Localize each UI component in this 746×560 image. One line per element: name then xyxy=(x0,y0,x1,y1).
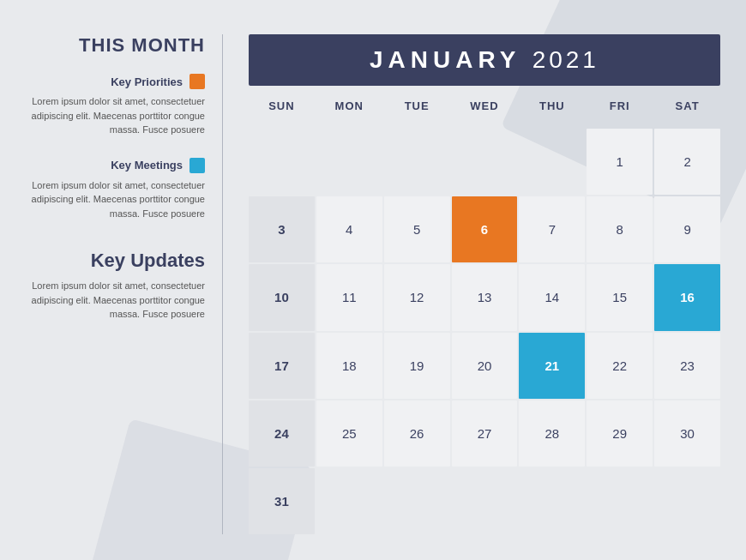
day-7: 7 xyxy=(519,196,585,262)
sidebar: THIS MONTH Key Priorities Lorem ipsum do… xyxy=(26,34,223,534)
day-14: 14 xyxy=(519,264,585,330)
key-priorities-label: Key Priorities xyxy=(111,75,183,88)
calendar-grid: SUN MON TUE WED THU FRI SAT 1 2 3 4 5 6 … xyxy=(249,93,720,534)
day-header-mon: MON xyxy=(316,93,382,127)
calendar-month: JANUARY xyxy=(370,46,520,73)
key-priorities-text: Lorem ipsum dolor sit amet, consectetuer… xyxy=(26,94,205,137)
day-20: 20 xyxy=(452,333,518,399)
day-header-fri: FRI xyxy=(587,93,653,127)
day-23: 23 xyxy=(654,333,720,399)
key-meetings-text: Lorem ipsum dolor sit amet, consectetuer… xyxy=(26,178,205,221)
day-header-thu: THU xyxy=(519,93,585,127)
day-10: 10 xyxy=(249,264,315,330)
day-3: 3 xyxy=(249,196,315,262)
day-1: 1 xyxy=(587,129,653,195)
day-header-tue: TUE xyxy=(384,93,450,127)
day-empty xyxy=(654,468,720,534)
day-25: 25 xyxy=(316,400,382,467)
calendar-year: 2021 xyxy=(532,46,599,73)
day-31: 31 xyxy=(249,468,315,534)
day-empty xyxy=(452,129,518,195)
day-empty xyxy=(384,129,450,195)
key-priorities-dot xyxy=(190,74,205,89)
day-28: 28 xyxy=(519,400,585,467)
day-8: 8 xyxy=(587,196,653,262)
day-9: 9 xyxy=(654,196,720,262)
day-17: 17 xyxy=(249,333,315,399)
day-2: 2 xyxy=(654,129,720,195)
calendar-header: JANUARY 2021 xyxy=(249,34,720,86)
day-30: 30 xyxy=(654,400,720,467)
day-21: 21 xyxy=(519,333,585,399)
this-month-title: THIS MONTH xyxy=(26,34,205,57)
day-empty xyxy=(384,468,450,534)
day-22: 22 xyxy=(587,333,653,399)
day-18: 18 xyxy=(316,333,382,399)
key-meetings-label: Key Meetings xyxy=(111,159,183,172)
day-16: 16 xyxy=(654,264,720,330)
day-empty xyxy=(587,468,653,534)
day-header-wed: WED xyxy=(452,93,518,127)
day-12: 12 xyxy=(384,264,450,330)
day-empty xyxy=(316,468,382,534)
day-empty xyxy=(519,468,585,534)
calendar-section: JANUARY 2021 SUN MON TUE WED THU FRI SAT… xyxy=(223,34,720,534)
day-19: 19 xyxy=(384,333,450,399)
key-meetings-label-row: Key Meetings xyxy=(26,158,205,173)
day-empty xyxy=(519,129,585,195)
day-24: 24 xyxy=(249,400,315,467)
day-header-sun: SUN xyxy=(249,93,315,127)
day-header-sat: SAT xyxy=(654,93,720,127)
key-updates-text: Lorem ipsum dolor sit amet, consectetuer… xyxy=(26,279,205,322)
day-empty xyxy=(452,468,518,534)
day-5: 5 xyxy=(384,196,450,262)
day-empty xyxy=(316,129,382,195)
day-26: 26 xyxy=(384,400,450,467)
day-29: 29 xyxy=(587,400,653,467)
day-11: 11 xyxy=(316,264,382,330)
key-meetings-dot xyxy=(190,158,205,173)
key-priorities-label-row: Key Priorities xyxy=(26,74,205,89)
key-updates-title: Key Updates xyxy=(26,250,205,272)
day-13: 13 xyxy=(452,264,518,330)
day-15: 15 xyxy=(587,264,653,330)
day-empty xyxy=(249,129,315,195)
day-4: 4 xyxy=(316,196,382,262)
day-6: 6 xyxy=(452,196,518,262)
day-27: 27 xyxy=(452,400,518,467)
